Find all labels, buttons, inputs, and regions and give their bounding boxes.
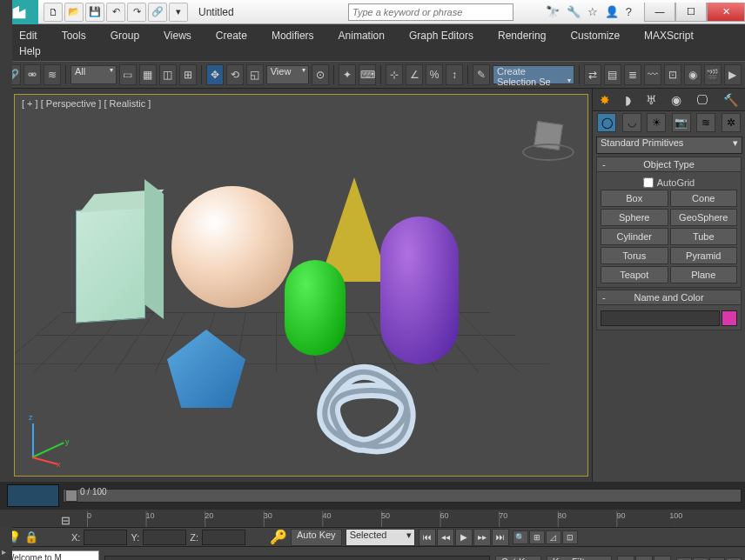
x-input[interactable] <box>84 530 127 545</box>
select-region-icon[interactable]: ◫ <box>159 64 177 85</box>
zoom-extents-icon[interactable]: ⊡ <box>562 530 578 544</box>
tube-button[interactable]: Tube <box>670 228 738 245</box>
scale-icon[interactable]: ◱ <box>246 64 264 85</box>
orbit-icon[interactable]: ⟲ <box>693 557 708 561</box>
window-crossing-icon[interactable]: ⊞ <box>179 64 197 85</box>
time-scrubber[interactable] <box>63 489 742 503</box>
object-color-swatch[interactable] <box>722 310 737 326</box>
track-bar-toggle[interactable] <box>7 484 59 507</box>
bind-icon[interactable]: ≋ <box>44 64 61 85</box>
cameras-icon[interactable]: 📷 <box>672 113 691 132</box>
category-dropdown[interactable]: Standard Primitives <box>596 137 742 154</box>
geometry-icon[interactable]: ◯ <box>597 113 616 132</box>
next-frame-icon[interactable]: ▸▸ <box>473 529 491 546</box>
open-icon[interactable]: 📂 <box>64 3 84 22</box>
angle-snap-icon[interactable]: ∠ <box>406 64 423 85</box>
key-mode-icon[interactable]: ⊟ <box>61 514 70 527</box>
editnamed-icon[interactable]: ✎ <box>473 64 490 85</box>
autokey-button[interactable]: Auto Key <box>291 529 342 546</box>
pivot-icon[interactable]: ⊙ <box>312 64 329 85</box>
zoom-icon[interactable]: 🔍 <box>513 530 528 544</box>
plane-button[interactable]: Plane <box>670 266 738 283</box>
sphere-primitive[interactable] <box>171 186 293 308</box>
render-frame-icon[interactable]: ▶ <box>724 64 742 85</box>
snap-icon[interactable]: ⊹ <box>386 64 403 85</box>
menu-grapheditors[interactable]: Graph Editors <box>397 26 486 45</box>
goto-end-icon[interactable]: ⏭ <box>492 529 509 546</box>
lock-icon[interactable]: 🔒 <box>24 530 38 543</box>
mirror-icon[interactable]: ⇄ <box>584 64 601 85</box>
prev-key-icon[interactable]: ⏮ <box>617 556 634 561</box>
setkey-button[interactable]: Set Key <box>495 556 541 561</box>
render-setup-icon[interactable]: 🎬 <box>704 64 722 85</box>
hierarchy-tab-icon[interactable]: ♅ <box>646 93 657 107</box>
search-input[interactable] <box>348 3 513 21</box>
viewport-label[interactable]: [ + ] [ Perspective ] [ Realistic ] <box>22 98 151 109</box>
zoom-all-icon[interactable]: ⊞ <box>529 530 545 544</box>
spacewarps-icon[interactable]: ✲ <box>722 113 741 132</box>
display-tab-icon[interactable]: 🖵 <box>696 93 708 107</box>
walk-icon[interactable]: 👣 <box>709 557 725 561</box>
cone-button[interactable]: Cone <box>670 190 738 207</box>
fov-icon[interactable]: ◿ <box>546 530 561 544</box>
pyramid-button[interactable]: Pyramid <box>670 247 738 264</box>
utilities-tab-icon[interactable]: 🔨 <box>723 93 738 107</box>
menu-edit[interactable]: Edit <box>7 26 50 45</box>
menu-animation[interactable]: Animation <box>326 26 397 45</box>
menu-modifiers[interactable]: Modifiers <box>259 26 326 45</box>
percent-snap-icon[interactable]: % <box>426 64 443 85</box>
torus-button[interactable]: Torus <box>601 247 668 264</box>
star-icon[interactable]: ☆ <box>587 5 598 18</box>
motion-tab-icon[interactable]: ◉ <box>671 93 681 107</box>
link-icon[interactable]: 🔗 <box>148 3 167 22</box>
autogrid-input[interactable] <box>643 177 654 188</box>
maximize-button[interactable]: ☐ <box>675 3 707 22</box>
menu-tools[interactable]: Tools <box>50 26 98 45</box>
name-color-header[interactable]: Name and Color <box>596 290 742 305</box>
keyboard-icon[interactable]: ⌨ <box>359 64 376 85</box>
move-icon[interactable]: ✥ <box>206 64 224 85</box>
menu-group[interactable]: Group <box>98 26 151 45</box>
lights-icon[interactable]: ☀ <box>647 113 666 132</box>
minimize-button[interactable]: — <box>644 3 675 22</box>
helpers-icon[interactable]: ≋ <box>696 113 715 132</box>
named-selection-dropdown[interactable]: Create Selection Se <box>493 65 574 84</box>
binoculars-icon[interactable]: 🔭 <box>546 5 560 18</box>
sphere-button[interactable]: Sphere <box>601 209 668 226</box>
material-icon[interactable]: ◉ <box>684 64 701 85</box>
box-button[interactable]: Box <box>601 190 668 207</box>
rotate-icon[interactable]: ⟲ <box>226 64 244 85</box>
shapes-icon[interactable]: ◡ <box>622 113 641 132</box>
object-name-input[interactable] <box>601 310 720 326</box>
align-icon[interactable]: ▤ <box>604 64 621 85</box>
keyfilters-button[interactable]: Key Filters... <box>547 556 612 561</box>
redo-icon[interactable]: ↷ <box>127 3 146 22</box>
time-config-icon[interactable]: ⏱ <box>654 556 671 561</box>
help-icon[interactable]: ? <box>626 5 632 18</box>
geosphere-button[interactable]: GeoSphere <box>670 209 738 226</box>
capsule-purple-primitive[interactable] <box>380 217 459 364</box>
new-icon[interactable]: 🗋 <box>44 3 63 22</box>
object-type-header[interactable]: Object Type <box>596 157 742 172</box>
schematic-icon[interactable]: ⊡ <box>664 64 681 85</box>
key-mode-toggle-icon[interactable]: ◂ <box>635 556 653 561</box>
menu-customize[interactable]: Customize <box>558 26 632 45</box>
capsule-green-primitive[interactable] <box>285 260 346 356</box>
create-tab-icon[interactable]: ✸ <box>600 93 610 107</box>
more-icon[interactable]: ▾ <box>169 3 188 22</box>
menu-maxscript[interactable]: MAXScript <box>632 26 706 45</box>
timeline-ruler[interactable]: ⊟ 0 10 20 30 40 50 60 70 80 90 100 <box>0 510 745 527</box>
maximize-viewport-icon[interactable]: ⛶ <box>726 557 742 561</box>
key-icon[interactable]: 🔑 <box>270 529 287 545</box>
time-scrub-knob[interactable] <box>65 490 77 502</box>
save-icon[interactable]: 💾 <box>85 3 104 22</box>
y-input[interactable] <box>143 530 186 545</box>
play-icon[interactable]: ▶ <box>455 529 473 546</box>
box-primitive[interactable] <box>76 205 145 323</box>
z-input[interactable] <box>202 530 245 545</box>
key-target-dropdown[interactable]: Selected <box>346 529 415 546</box>
teapot-button[interactable]: Teapot <box>601 266 668 283</box>
curve-icon[interactable]: 〰 <box>644 64 661 85</box>
autogrid-checkbox[interactable]: AutoGrid <box>601 176 737 190</box>
perspective-viewport[interactable]: [ + ] [ Perspective ] [ Realistic ] z <box>14 94 588 477</box>
